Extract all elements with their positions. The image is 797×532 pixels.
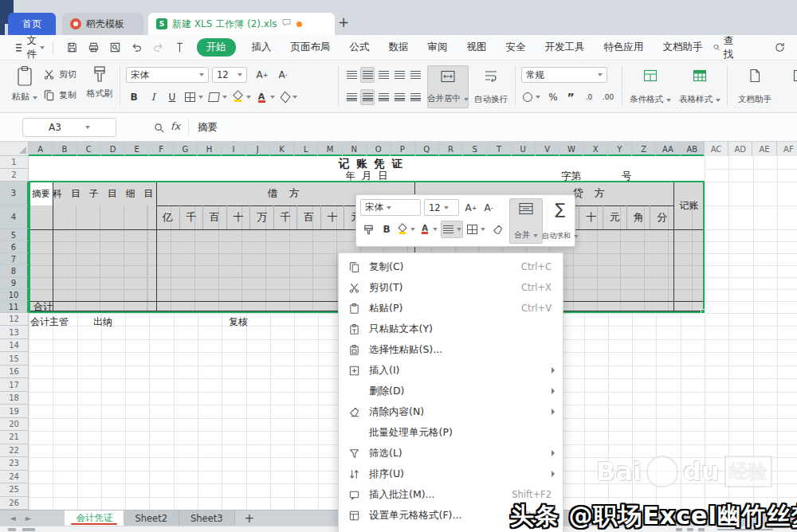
sheet-tab-active[interactable]: 会计凭证	[65, 510, 124, 526]
mini-borders-button[interactable]	[465, 221, 486, 238]
row-header-17[interactable]: 17	[0, 378, 29, 391]
doc-assistant-button[interactable]: 文档助手	[733, 65, 776, 108]
percent-button[interactable]: %	[545, 89, 561, 105]
indent-increase-button[interactable]	[408, 89, 422, 105]
sync-icon[interactable]	[774, 41, 786, 53]
draw-border-button[interactable]	[207, 89, 228, 105]
mini-font-color-button[interactable]: A	[418, 221, 439, 238]
file-menu[interactable]: 文件	[27, 34, 37, 61]
context-menu-item[interactable]: 批量处理单元格(P)	[339, 422, 563, 443]
menu-tab-安全[interactable]: 安全	[506, 41, 526, 54]
wrap-text-button[interactable]: 自动换行	[472, 65, 510, 108]
sheet-nav-right-icon[interactable]: ►	[26, 514, 32, 522]
redo-icon[interactable]	[152, 41, 164, 53]
context-menu-item[interactable]: 选择性粘贴(S)...	[339, 339, 563, 360]
row-header-25[interactable]: 25	[0, 483, 29, 496]
column-header-V[interactable]: V	[536, 142, 559, 156]
mini-format-painter-button[interactable]	[359, 221, 377, 238]
shrink-font-button[interactable]: A-	[274, 67, 292, 83]
fill-color-button[interactable]	[231, 89, 252, 105]
italic-button[interactable]: I	[145, 89, 161, 105]
column-header-C[interactable]: C	[77, 142, 101, 156]
pin-icon[interactable]	[174, 41, 186, 53]
row-header-7[interactable]: 7	[0, 253, 29, 265]
indent-decrease-button[interactable]	[408, 67, 422, 83]
font-size-combo[interactable]: 12	[212, 67, 247, 83]
row-header-5[interactable]: 5	[0, 229, 29, 241]
menu-tab-特色应用[interactable]: 特色应用	[604, 41, 644, 54]
table-style-button[interactable]: 表格样式	[677, 65, 722, 108]
align-right-button[interactable]	[376, 89, 391, 105]
menu-tab-开发工具[interactable]: 开发工具	[545, 41, 585, 54]
context-menu-item[interactable]: 排序(U)	[339, 464, 563, 484]
context-menu-item[interactable]: 删除(D)	[339, 381, 563, 401]
row-header-10[interactable]: 10	[0, 289, 29, 301]
column-header-T[interactable]: T	[487, 142, 511, 156]
row-header-23[interactable]: 23	[0, 457, 29, 470]
row-header-24[interactable]: 24	[0, 471, 29, 483]
docer-template-tab[interactable]: 稻壳模板	[62, 13, 143, 35]
column-header-A[interactable]: A	[29, 142, 53, 156]
column-header-P[interactable]: P	[391, 142, 414, 156]
add-sheet-button[interactable]: +	[235, 510, 265, 526]
underline-button[interactable]: U	[164, 89, 180, 105]
mini-merge-button[interactable]: 合并	[509, 198, 543, 244]
column-header-AA[interactable]: AA	[656, 142, 680, 156]
increase-decimal-button[interactable]: .0	[580, 89, 598, 105]
cut-button[interactable]: 剪切	[43, 68, 77, 80]
magnifier-icon[interactable]	[153, 122, 165, 134]
comment-bubble-icon[interactable]	[281, 18, 292, 30]
select-all-corner[interactable]	[0, 142, 29, 156]
mini-autosum-button[interactable]: ∑ 自动求和	[546, 198, 575, 244]
column-header-Y[interactable]: Y	[608, 142, 632, 156]
context-menu-item[interactable]: 清除内容(N)	[339, 401, 563, 422]
align-center-button[interactable]	[360, 89, 375, 105]
column-header-X[interactable]: X	[583, 142, 607, 156]
menu-tab-数据[interactable]: 数据	[389, 41, 409, 54]
menu-tab-视图[interactable]: 视图	[467, 41, 487, 54]
align-top-button[interactable]	[344, 67, 359, 83]
fill-handle[interactable]	[701, 309, 705, 314]
paste-button[interactable]: 粘贴	[11, 65, 38, 103]
row-header-6[interactable]: 6	[0, 241, 29, 253]
row-header-18[interactable]: 18	[0, 392, 29, 405]
column-header-H[interactable]: H	[198, 142, 222, 156]
menu-tab-审阅[interactable]: 审阅	[428, 41, 448, 54]
row-header-14[interactable]: 14	[0, 339, 29, 352]
column-header-F[interactable]: F	[149, 142, 173, 156]
context-menu-item[interactable]: 插入(I)	[339, 360, 563, 381]
column-header-E[interactable]: E	[125, 142, 149, 156]
row-header-21[interactable]: 21	[0, 431, 29, 444]
row-header-15[interactable]: 15	[0, 352, 29, 365]
home-tab-button[interactable]: 首页	[8, 13, 56, 35]
hamburger-icon[interactable]	[16, 44, 22, 52]
mini-grow-font-button[interactable]: A+	[462, 199, 480, 217]
menu-tab-公式[interactable]: 公式	[350, 41, 370, 54]
format-painter-button[interactable]: 格式刷	[83, 65, 116, 100]
context-menu-item[interactable]: 筛选(L)	[339, 443, 563, 464]
bold-button[interactable]: B	[126, 89, 142, 105]
column-header-W[interactable]: W	[559, 142, 583, 156]
row-header-20[interactable]: 20	[0, 418, 29, 431]
save-icon[interactable]	[66, 41, 78, 53]
column-header-O[interactable]: O	[367, 142, 391, 156]
column-header-Q[interactable]: Q	[415, 142, 439, 156]
column-header-N[interactable]: N	[343, 142, 367, 156]
context-menu-item[interactable]: 只粘贴文本(Y)	[339, 319, 563, 339]
mini-shrink-font-button[interactable]: A-	[480, 199, 497, 217]
column-header-G[interactable]: G	[174, 142, 198, 156]
decrease-decimal-button[interactable]: .00	[599, 89, 617, 105]
menu-tab-开始[interactable]: 开始	[197, 38, 236, 57]
sheet-tab-Sheet2[interactable]: Sheet2	[124, 510, 179, 526]
align-bottom-button[interactable]	[376, 67, 391, 83]
document-tab[interactable]: S 新建 XLS 工作簿 (2).xls	[148, 13, 335, 35]
column-header-AE[interactable]: AE	[752, 142, 776, 156]
borders-button[interactable]	[183, 89, 204, 105]
row-header-16[interactable]: 16	[0, 366, 29, 378]
conditional-format-button[interactable]: 条件格式	[628, 65, 673, 108]
column-header-AD[interactable]: AD	[728, 142, 752, 156]
justify-button[interactable]	[392, 89, 406, 105]
context-menu-item[interactable]: 粘贴(P)Ctrl+V	[339, 298, 563, 319]
row-header-12[interactable]: 12	[0, 313, 29, 326]
column-header-AC[interactable]: AC	[705, 142, 728, 156]
